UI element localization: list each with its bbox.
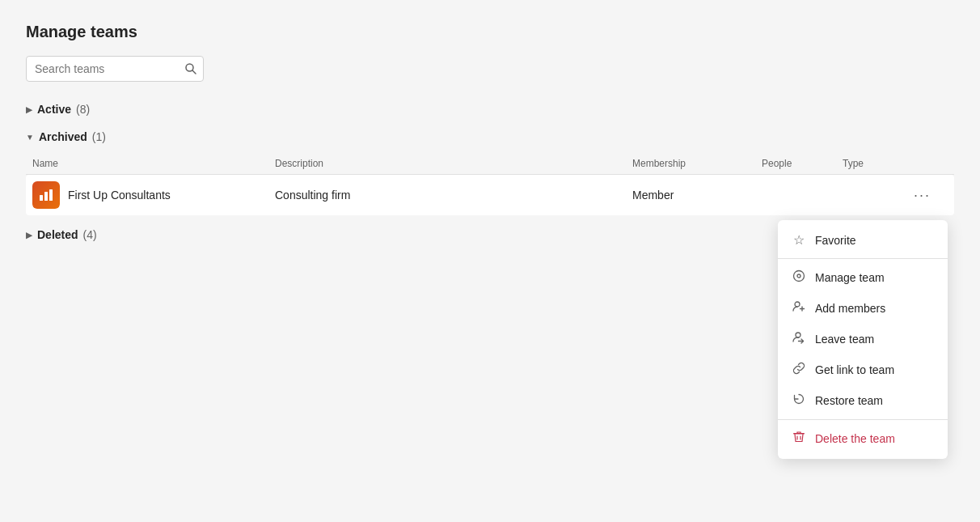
dropdown-menu: ☆ Favorite Manage team	[778, 220, 948, 459]
svg-rect-2	[40, 195, 43, 201]
add-members-icon	[791, 300, 807, 316]
archived-section-header[interactable]: ▼ Archived (1)	[26, 124, 954, 150]
active-count: (8)	[76, 103, 90, 116]
col-membership: Membership	[632, 158, 762, 169]
manage-team-icon	[791, 269, 807, 286]
leave-team-label: Leave team	[815, 333, 874, 346]
table-header: Name Description Membership People Type	[26, 153, 954, 175]
svg-rect-3	[44, 192, 48, 201]
deleted-label: Deleted	[37, 228, 78, 241]
archived-section: ▼ Archived (1) Name Description Membersh…	[26, 124, 954, 215]
get-link-icon	[791, 362, 807, 378]
delete-team-icon	[791, 431, 807, 447]
get-link-item[interactable]: Get link to team	[778, 354, 948, 385]
page-title: Manage teams	[26, 23, 954, 41]
svg-point-5	[794, 271, 805, 282]
svg-line-1	[192, 70, 196, 74]
delete-team-label: Delete the team	[815, 432, 895, 445]
active-section-header[interactable]: ▶ Active (8)	[26, 96, 954, 122]
manage-team-item[interactable]: Manage team	[778, 262, 948, 293]
team-description: Consulting firm	[275, 189, 632, 202]
restore-team-item[interactable]: Restore team	[778, 385, 948, 416]
add-members-item[interactable]: Add members	[778, 293, 948, 324]
leave-team-icon	[791, 331, 807, 347]
archived-table: Name Description Membership People Type	[26, 153, 954, 215]
deleted-chevron-icon: ▶	[26, 231, 32, 240]
active-chevron-icon: ▶	[26, 105, 32, 114]
manage-teams-page: Manage teams ▶ Active (8) ▼ Archived (1)…	[0, 0, 980, 270]
svg-point-7	[795, 302, 800, 307]
col-description: Description	[275, 158, 632, 169]
add-members-label: Add members	[815, 302, 885, 315]
team-icon	[32, 181, 60, 209]
dropdown-divider-2	[778, 419, 948, 420]
favorite-item[interactable]: ☆ Favorite	[778, 225, 948, 255]
deleted-count: (4)	[83, 228, 97, 241]
manage-team-label: Manage team	[815, 271, 885, 284]
restore-team-icon	[791, 393, 807, 409]
archived-label: Archived	[39, 130, 87, 143]
search-input[interactable]	[26, 56, 204, 82]
col-type: Type	[843, 158, 907, 169]
team-icon-graphic	[38, 187, 54, 203]
archived-chevron-icon: ▼	[26, 133, 34, 142]
col-people: People	[762, 158, 843, 169]
team-membership: Member	[632, 189, 762, 202]
actions-cell: ··· ☆ Favorite	[907, 185, 948, 206]
svg-point-10	[796, 333, 800, 337]
search-button[interactable]	[184, 62, 197, 75]
search-container	[26, 56, 204, 82]
svg-point-6	[797, 274, 800, 278]
team-name: First Up Consultants	[68, 189, 171, 202]
table-row: First Up Consultants Consulting firm Mem…	[26, 175, 954, 215]
team-name-cell: First Up Consultants	[32, 181, 275, 209]
dropdown-divider-1	[778, 258, 948, 259]
leave-team-item[interactable]: Leave team	[778, 324, 948, 354]
favorite-icon: ☆	[791, 232, 807, 248]
delete-team-item[interactable]: Delete the team	[778, 423, 948, 454]
more-options-button[interactable]: ···	[907, 185, 937, 206]
get-link-label: Get link to team	[815, 363, 894, 376]
active-label: Active	[37, 103, 71, 116]
restore-team-label: Restore team	[815, 394, 883, 407]
svg-rect-4	[49, 189, 53, 201]
search-icon	[184, 62, 197, 75]
col-name: Name	[32, 158, 275, 169]
archived-count: (1)	[92, 130, 106, 143]
favorite-label: Favorite	[815, 234, 856, 247]
col-actions	[907, 158, 948, 169]
